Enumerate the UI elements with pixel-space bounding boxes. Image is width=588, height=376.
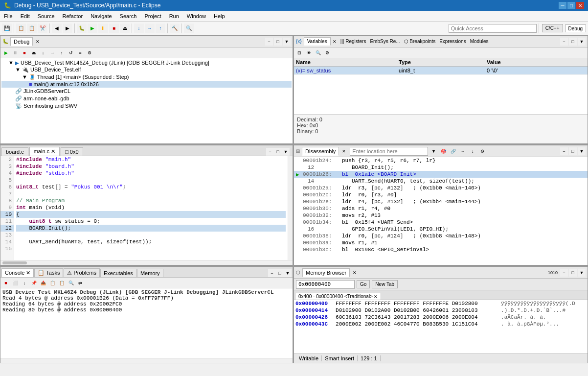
toolbar-btn-2[interactable]: 📋 bbox=[16, 24, 26, 33]
disasm-row-1b2a[interactable]: 00001b2a: ldr r3, [pc, #132] ; (0x1bb0 <… bbox=[294, 185, 588, 191]
memory-newtab-btn[interactable]: New Tab bbox=[372, 280, 398, 288]
menu-project[interactable]: Project bbox=[140, 12, 165, 20]
menu-refactor[interactable]: Refactor bbox=[59, 12, 87, 20]
tab-board-c[interactable]: board.c bbox=[1, 147, 28, 156]
debug-resume-btn[interactable]: ▶ bbox=[1, 48, 10, 57]
mem-row-43c[interactable]: 0x0000043C 2000E002 2000E002 46C04770 B0… bbox=[294, 321, 588, 328]
mem-tab-close-btn[interactable]: ✕ bbox=[374, 294, 378, 299]
toolbar-stop[interactable]: ■ bbox=[109, 24, 119, 33]
tab-main-c[interactable]: main.c ✕ bbox=[29, 147, 60, 156]
disasm-tab[interactable]: Disassembly bbox=[302, 147, 339, 156]
console-scroll-btn[interactable]: ↓ bbox=[20, 279, 29, 287]
editor-minimize-btn[interactable]: − bbox=[266, 148, 274, 156]
vars-menu-btn[interactable]: ▼ bbox=[578, 38, 586, 46]
toolbar-stepreturn[interactable]: ↑ bbox=[156, 24, 165, 33]
mem-1010-btn[interactable]: 1010 bbox=[546, 268, 559, 277]
debug-stepover-btn[interactable]: → bbox=[48, 48, 57, 57]
disasm-dropdown-btn[interactable]: ▼ bbox=[429, 147, 438, 156]
console-content[interactable]: USB_Device_Test MKL46Z4_Debug (JLink) [G… bbox=[0, 288, 293, 358]
tree-item-elf[interactable]: ▼ 🔌 USB_Device_Test.elf bbox=[1, 66, 292, 73]
disasm-row-1b34[interactable]: 00001b34: bl 0x15f4 <UART_Send> bbox=[294, 219, 588, 226]
toolbar-btn-4[interactable]: ✂️ bbox=[38, 24, 47, 33]
tree-item-jlink[interactable]: 🔗 JLinkGDBServerCL bbox=[1, 88, 292, 95]
breakpoints-tab-label[interactable]: ⬡ Breakpoints bbox=[404, 39, 436, 44]
console-export-btn[interactable]: 📤 bbox=[39, 279, 47, 287]
console-clear-btn[interactable]: ■ bbox=[1, 279, 10, 287]
memory-address-input[interactable] bbox=[296, 280, 355, 289]
mem-row-400[interactable]: 0x00000400 FFFFFFFF FFFFFFFF FFFFFFFF FF… bbox=[294, 300, 588, 307]
tree-item-main[interactable]: ≡ main() at main.c:12 0x1b26 bbox=[1, 81, 292, 88]
memory-maximize-btn[interactable]: □ bbox=[569, 269, 577, 277]
disasm-row-1b3c[interactable]: 00001b3c: bl 0x198c <GPIO_SetPinVal> bbox=[294, 246, 588, 253]
vars-maximize-btn[interactable]: □ bbox=[569, 38, 577, 46]
close-button[interactable]: ✕ bbox=[576, 2, 584, 9]
memory-minimize-btn[interactable]: − bbox=[560, 269, 568, 277]
debug-restart-btn[interactable]: ↺ bbox=[67, 48, 75, 57]
disasm-row-1b24[interactable]: 00001b24: push {r3, r4, r5, r6, r7, lr} bbox=[294, 157, 588, 164]
disasm-instrstep-btn[interactable]: ↓ bbox=[468, 147, 477, 156]
vars-collapse-btn[interactable]: ⊟ bbox=[295, 48, 304, 57]
vars-filter-btn[interactable]: 🔍 bbox=[314, 48, 322, 57]
toolbar-search[interactable]: 🔍 bbox=[184, 24, 194, 33]
console-filter-btn[interactable]: 🔍 bbox=[67, 279, 75, 287]
vars-minimize-btn[interactable]: − bbox=[560, 38, 568, 46]
tab-tasks[interactable]: 📋 Tasks bbox=[34, 268, 63, 277]
disasm-minimize-btn[interactable]: − bbox=[560, 147, 568, 155]
editor-maximize-btn[interactable]: □ bbox=[274, 148, 282, 156]
location-input[interactable] bbox=[350, 147, 428, 156]
memory-trad-tab[interactable]: 0x400 - 0x00000400 <Traditional> ✕ bbox=[295, 293, 381, 300]
console-copy-btn[interactable]: 📋 bbox=[48, 279, 57, 287]
registers-tab-label[interactable]: ||| Registers bbox=[340, 39, 366, 44]
tab-console[interactable]: Console ✕ bbox=[1, 268, 34, 277]
embsys-tab-label[interactable]: EmbSys Re... bbox=[370, 39, 400, 44]
vars-show-btn[interactable]: 👁 bbox=[304, 48, 313, 57]
disasm-maximize-btn[interactable]: □ bbox=[569, 147, 577, 155]
menu-edit[interactable]: Edit bbox=[17, 12, 34, 20]
tree-item-thread[interactable]: ▼ 🧵 Thread [1] <main> (Suspended : Step) bbox=[1, 73, 292, 81]
tab-problems[interactable]: ⚠ Problems bbox=[64, 268, 100, 277]
var-row-sw-status[interactable]: (x)= sw_status uint8_t 0 '\0' bbox=[294, 67, 588, 75]
disasm-row-1b3a[interactable]: 00001b3a: movs r1, #1 bbox=[294, 239, 588, 246]
toolbar-fwd[interactable]: ▶ bbox=[63, 24, 72, 33]
console-paste-btn[interactable]: 📋 bbox=[57, 279, 66, 287]
disasm-row-1b2e[interactable]: 00001b2e: ldr r4, [pc, #132] ; (0x1bb4 <… bbox=[294, 198, 588, 205]
mem-row-414[interactable]: 0x00000414 D0102900 D0102A00 D0102B00 60… bbox=[294, 307, 588, 314]
console-minimize-btn[interactable]: − bbox=[268, 269, 276, 277]
debug-disconnect-btn[interactable]: ⏏ bbox=[29, 48, 38, 57]
console-pin-btn[interactable]: 📌 bbox=[29, 279, 38, 287]
code-scrollbar[interactable] bbox=[288, 156, 293, 260]
toolbar-disconnect[interactable]: ⏏ bbox=[120, 24, 130, 33]
toolbar-btn-1[interactable]: 💾 bbox=[2, 24, 12, 33]
disasm-row-16[interactable]: 16 GPIO_SetPinVal(LED1, GPIO_HI); bbox=[294, 226, 588, 233]
console-switch-btn[interactable]: ⇄ bbox=[76, 279, 85, 287]
console-hscrollbar[interactable] bbox=[0, 358, 293, 363]
tab-hex[interactable]: □ 0x0 bbox=[61, 147, 83, 156]
disasm-row-14[interactable]: 14 UART_Send(hUART0, test, sizeof(test))… bbox=[294, 178, 588, 185]
tree-item-session[interactable]: ▼ ▶ USB_Device_Test MKL46Z4_Debug (JLink… bbox=[1, 59, 292, 66]
menu-file[interactable]: File bbox=[0, 12, 17, 20]
toolbar-btn-3[interactable]: 📋 bbox=[27, 24, 37, 33]
debug-minimize-btn[interactable]: − bbox=[265, 38, 273, 46]
mem-row-428[interactable]: 0x00000428 60C36103 72C36143 20017283 20… bbox=[294, 314, 588, 321]
debug-menu-btn[interactable]: ▼ bbox=[283, 38, 291, 46]
memory-menu-btn[interactable]: ▼ bbox=[578, 269, 586, 277]
menu-help[interactable]: Help bbox=[210, 12, 229, 20]
menu-run[interactable]: Run bbox=[165, 12, 183, 20]
maximize-button[interactable]: □ bbox=[567, 2, 575, 9]
tree-item-swv[interactable]: 📡 Semihosting and SWV bbox=[1, 102, 292, 110]
memory-browser-tab[interactable]: Memory Browser bbox=[302, 268, 350, 277]
console-menu-btn[interactable]: ▼ bbox=[284, 269, 292, 277]
tree-item-gdb[interactable]: 🔗 arm-none-eabi-gdb bbox=[1, 95, 292, 102]
editor-hscrollbar[interactable] bbox=[0, 260, 293, 265]
minimize-button[interactable]: ─ bbox=[559, 2, 566, 9]
editor-menu-btn[interactable]: ▼ bbox=[282, 148, 290, 156]
disasm-menu-btn[interactable]: ▼ bbox=[578, 147, 586, 155]
menu-navigate[interactable]: Navigate bbox=[87, 12, 115, 20]
disasm-locate-btn[interactable]: 🎯 bbox=[439, 147, 448, 156]
debug-stepinto-btn[interactable]: ↓ bbox=[39, 48, 47, 57]
console-stop-btn[interactable]: ⬜ bbox=[11, 279, 20, 287]
toolbar-stepover[interactable]: → bbox=[145, 24, 155, 33]
memory-content[interactable]: 0x00000400 FFFFFFFF FFFFFFFF FFFFFFFF FF… bbox=[294, 300, 588, 353]
disasm-row-1b32[interactable]: 00001b32: movs r2, #13 bbox=[294, 212, 588, 219]
menu-search[interactable]: Search bbox=[116, 12, 141, 20]
